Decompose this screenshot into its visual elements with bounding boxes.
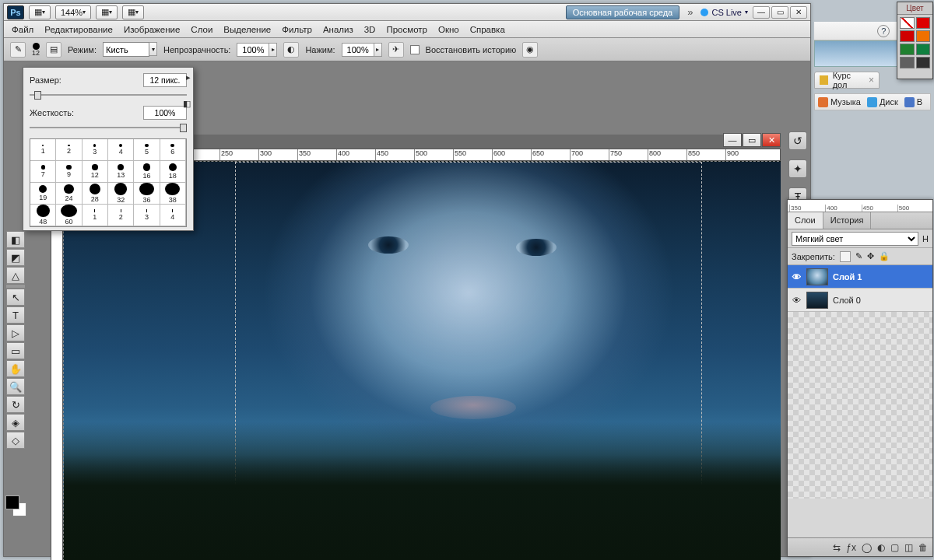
brush-preset-3[interactable]: 3 xyxy=(83,139,108,161)
brush-preset-28[interactable]: 28 xyxy=(83,183,108,205)
swatch-cell[interactable] xyxy=(900,17,915,29)
restore-history-checkbox[interactable] xyxy=(410,45,420,54)
tool-rotate[interactable]: ↻ xyxy=(6,396,25,413)
foreground-color[interactable] xyxy=(5,495,19,509)
brush-preset-1[interactable]: 1 xyxy=(83,205,108,226)
brush-preset-panel[interactable]: ▸ ◧ Размер: Жесткость: 12345679121316181… xyxy=(23,67,194,231)
adjustment-layer-icon[interactable]: ◐ xyxy=(877,542,885,553)
brush-preset-13[interactable]: 13 xyxy=(108,161,134,183)
lock-pixels-icon[interactable]: ✎ xyxy=(855,251,862,261)
arrange-documents-button[interactable]: ▦ ▾ xyxy=(122,5,144,19)
brush-preset-36[interactable]: 36 xyxy=(134,183,160,205)
window-maximize-button[interactable]: ▭ xyxy=(771,6,788,19)
blend-mode-select[interactable]: Мягкий свет xyxy=(792,232,918,246)
lock-all-icon[interactable]: 🔒 xyxy=(879,251,890,261)
cs-live-button[interactable]: CS Live▾ xyxy=(700,8,748,17)
tool-preset-icon[interactable]: ✎ xyxy=(10,42,26,58)
menu-Просмотр[interactable]: Просмотр xyxy=(386,25,427,34)
layer-row[interactable]: 👁Слой 0 xyxy=(788,289,932,312)
tool-eraser[interactable]: ◧ xyxy=(6,231,25,248)
menu-Редактирование[interactable]: Редактирование xyxy=(44,25,113,34)
airbrush-icon[interactable]: ✈ xyxy=(388,42,404,58)
bookmark-item[interactable]: Музыка xyxy=(818,97,861,107)
workspace-switcher[interactable]: Основная рабочая среда xyxy=(566,5,680,19)
bookmark-item[interactable]: В xyxy=(904,97,922,107)
brush-panel-new-icon[interactable]: ◧ xyxy=(183,99,191,109)
brush-preset-2[interactable]: 2 xyxy=(56,139,82,161)
pressure-opacity-icon[interactable]: ◐ xyxy=(283,42,299,58)
menu-Выделение[interactable]: Выделение xyxy=(223,25,271,34)
swatch-cell[interactable] xyxy=(900,57,915,68)
swatch-cell[interactable] xyxy=(916,57,931,68)
tab-close-icon[interactable]: × xyxy=(869,75,874,86)
brush-panel-flyout-icon[interactable]: ▸ xyxy=(186,72,191,82)
group-icon[interactable]: ▢ xyxy=(890,542,899,553)
color-swatches[interactable] xyxy=(5,495,27,523)
tool-gradient[interactable]: ◩ xyxy=(6,249,25,266)
brush-preset-2[interactable]: 2 xyxy=(108,205,134,226)
doc-minimize-button[interactable]: — xyxy=(723,133,742,147)
menu-Анализ[interactable]: Анализ xyxy=(323,25,353,34)
layer-row[interactable]: 👁Слой 1 xyxy=(788,265,932,289)
zoom-level-field[interactable]: 144% ▾ xyxy=(55,5,91,19)
swatch-cell[interactable] xyxy=(900,30,915,42)
window-close-button[interactable]: ✕ xyxy=(790,6,807,19)
color-swatch-panel[interactable]: Цвет xyxy=(897,2,933,79)
brush-preset-60[interactable]: 60 xyxy=(56,205,82,226)
tool-pen[interactable]: △ xyxy=(6,267,25,284)
menu-3D[interactable]: 3D xyxy=(364,25,376,34)
brush-preset-18[interactable]: 18 xyxy=(160,161,186,183)
layer-mask-icon[interactable]: ◯ xyxy=(862,542,872,553)
mode-select[interactable]: ▾ xyxy=(103,42,157,57)
bookmark-item[interactable]: Диск xyxy=(867,97,898,107)
layers-panel[interactable]: 350400450500 Слои История Мягкий свет Н … xyxy=(787,199,933,557)
brush-preset-6[interactable]: 6 xyxy=(160,139,186,161)
swatch-cell[interactable] xyxy=(916,44,931,55)
swatch-tab[interactable]: Цвет xyxy=(897,2,932,15)
swatch-cell[interactable] xyxy=(900,44,915,55)
brush-panel-toggle-icon[interactable]: ▤ xyxy=(46,42,61,58)
tool-type[interactable]: T xyxy=(6,306,25,324)
lock-position-icon[interactable]: ✥ xyxy=(867,251,874,261)
brush-preset-38[interactable]: 38 xyxy=(160,183,186,205)
dock-history-icon[interactable]: ↺ xyxy=(788,131,807,150)
tool-path-select[interactable]: ↖ xyxy=(6,289,25,306)
layer-thumbnail[interactable] xyxy=(806,292,828,309)
brush-preset-48[interactable]: 48 xyxy=(30,205,56,226)
brush-preset-12[interactable]: 12 xyxy=(83,161,108,183)
menu-Файл[interactable]: Файл xyxy=(12,25,33,34)
swatch-cell[interactable] xyxy=(916,30,931,42)
menu-Слои[interactable]: Слои xyxy=(191,25,212,34)
brush-preset-9[interactable]: 9 xyxy=(56,161,82,183)
menu-Окно[interactable]: Окно xyxy=(438,25,459,34)
doc-maximize-button[interactable]: ▭ xyxy=(743,133,761,147)
flow-field[interactable]: ▸ xyxy=(342,43,382,57)
tool-3d2[interactable]: ◇ xyxy=(6,432,25,449)
opacity-field[interactable]: ▸ xyxy=(237,43,277,57)
brush-preset-32[interactable]: 32 xyxy=(108,183,134,205)
brush-preset-7[interactable]: 7 xyxy=(30,161,56,183)
link-layers-icon[interactable]: ⇆ xyxy=(833,542,841,553)
menu-Изображение[interactable]: Изображение xyxy=(124,25,180,34)
brush-preset-4[interactable]: 4 xyxy=(160,205,186,226)
brush-preset-19[interactable]: 19 xyxy=(30,183,56,205)
browser-tab[interactable]: Курс дол × xyxy=(814,72,880,89)
view-extras-button[interactable]: ▦ ▾ xyxy=(96,5,118,19)
brush-preset-1[interactable]: 1 xyxy=(30,139,56,161)
brush-preview[interactable]: 12 xyxy=(32,43,40,56)
dock-actions-icon[interactable]: ✦ xyxy=(788,159,807,178)
brush-preset-4[interactable]: 4 xyxy=(108,139,134,161)
overflow-icon[interactable]: » xyxy=(684,6,696,18)
tool-hand[interactable]: ✋ xyxy=(6,360,25,377)
window-minimize-button[interactable]: — xyxy=(753,6,770,19)
brush-preset-16[interactable]: 16 xyxy=(134,161,160,183)
launch-bridge-button[interactable]: ▦ ▾ xyxy=(29,5,51,19)
visibility-eye-icon[interactable]: 👁 xyxy=(791,295,802,306)
menu-Справка[interactable]: Справка xyxy=(470,25,505,34)
tool-direct-select[interactable]: ▷ xyxy=(6,324,25,341)
tab-history[interactable]: История xyxy=(823,212,872,229)
brush-size-field[interactable] xyxy=(143,73,187,87)
tool-3d[interactable]: ◈ xyxy=(6,414,25,431)
doc-close-button[interactable]: ✕ xyxy=(762,133,781,147)
tool-shape[interactable]: ▭ xyxy=(6,342,25,359)
